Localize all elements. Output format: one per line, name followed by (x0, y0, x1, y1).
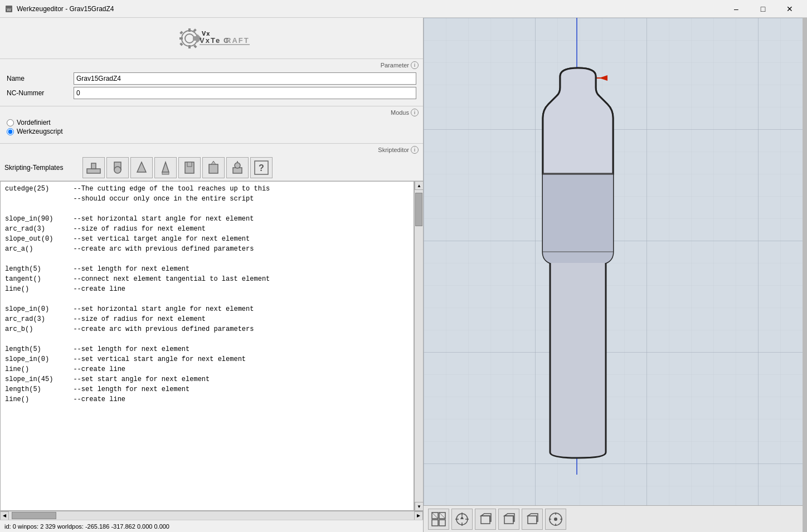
svg-rect-49 (432, 520, 438, 526)
svg-text:VxTe: VxTe (200, 36, 221, 45)
svg-rect-5 (188, 45, 191, 48)
name-row: Name (7, 72, 416, 85)
templates-label: Skripting-Templates (4, 164, 82, 172)
svg-rect-50 (439, 520, 445, 526)
svg-rect-20 (87, 169, 100, 173)
nc-nummer-row: NC-Nummer (7, 87, 416, 99)
werkzeugscript-label: Werkzeugscript (17, 128, 62, 135)
template-special-button[interactable] (202, 157, 225, 178)
skripteditor-info-icon[interactable]: i (411, 146, 419, 154)
cursor-position-button[interactable] (451, 509, 473, 530)
window-controls: – □ ✕ (723, 0, 803, 18)
logo-area: Vx Vx VxTe RAFT C (0, 18, 423, 59)
template-help-button[interactable]: ? (250, 157, 273, 178)
svg-text:W: W (7, 7, 11, 12)
svg-text:?: ? (259, 163, 264, 173)
svg-marker-24 (137, 162, 146, 172)
template-ball-button[interactable] (106, 157, 129, 178)
svg-marker-25 (162, 162, 169, 172)
template-flat-button[interactable] (82, 157, 105, 178)
right-panel (424, 18, 807, 532)
resize-handle[interactable] (803, 18, 807, 532)
svg-text:C: C (223, 36, 229, 45)
maximize-button[interactable]: □ (750, 0, 776, 18)
status-text: id: 0 winpos: 2 329 worldpos: -265.186 -… (4, 523, 169, 530)
template-cone2-button[interactable] (154, 157, 177, 178)
parameter-form: Name NC-Nummer (0, 70, 423, 106)
scroll-up-button[interactable]: ▲ (415, 181, 423, 190)
vordefiniert-row: Vordefiniert (7, 119, 416, 126)
main-layout: Vx Vx VxTe RAFT C Parameter i Name (0, 18, 807, 532)
center-view-button[interactable] (545, 509, 566, 530)
scroll-left-button[interactable]: ◀ (0, 511, 9, 520)
vxtecraft-logo: Vx Vx VxTe RAFT C (167, 23, 256, 54)
minimize-button[interactable]: – (723, 0, 749, 18)
svg-text:RAFT: RAFT (226, 36, 250, 45)
tool-shape-svg (532, 62, 624, 463)
svg-rect-65 (528, 516, 537, 524)
view3d-box2-icon (501, 511, 517, 527)
nc-nummer-input[interactable] (74, 87, 416, 99)
h-scroll-thumb[interactable] (12, 512, 56, 519)
parameter-info-icon[interactable]: i (411, 61, 419, 69)
modus-section-header: Modus i (0, 106, 423, 118)
templates-row: Skripting-Templates (0, 155, 423, 181)
grid-view-button[interactable] (428, 509, 449, 530)
werkzeugscript-radio[interactable] (7, 128, 14, 135)
modus-section: Modus i Vordefiniert Werkzeugscript (0, 106, 423, 144)
center-view-icon (548, 511, 563, 527)
svg-rect-59 (481, 516, 490, 524)
svg-point-23 (114, 167, 121, 173)
skripteditor-section: Skripteditor i Skripting-Templates (0, 144, 423, 520)
view3d-box1-icon (478, 511, 493, 527)
scroll-track[interactable] (415, 190, 423, 502)
svg-rect-21 (91, 163, 96, 169)
svg-marker-30 (211, 161, 216, 164)
modus-label: Modus (391, 109, 409, 116)
svg-point-3 (185, 34, 194, 43)
svg-rect-62 (504, 516, 513, 524)
view3d-box1-button[interactable] (475, 509, 496, 530)
view3d-box3-icon (524, 511, 540, 527)
svg-point-69 (554, 518, 557, 521)
code-editor-area: cutedge(25) --The cutting edge of the to… (0, 181, 423, 511)
svg-rect-28 (187, 162, 192, 167)
window-title: Werkzeugeditor - Grav15GradZ4 (17, 5, 723, 13)
name-input[interactable] (74, 72, 416, 85)
svg-rect-29 (209, 164, 218, 173)
scroll-right-button[interactable]: ▶ (414, 511, 423, 520)
app-icon: W (4, 4, 13, 13)
vordefiniert-label: Vordefiniert (17, 119, 51, 126)
viewport-toolbar (424, 505, 807, 532)
parameter-label: Parameter (381, 62, 409, 69)
svg-marker-58 (460, 516, 464, 519)
cursor-position-icon (454, 511, 470, 527)
modus-info-icon[interactable]: i (411, 109, 419, 116)
vordefiniert-radio[interactable] (7, 119, 14, 126)
grid-view-icon (431, 511, 446, 527)
close-button[interactable]: ✕ (777, 0, 803, 18)
viewport-canvas[interactable] (424, 18, 807, 505)
template-cone1-button[interactable] (130, 157, 153, 178)
modus-radio-group: Vordefiniert Werkzeugscript (0, 118, 423, 139)
template-edit-button[interactable] (226, 157, 249, 178)
view3d-box3-button[interactable] (522, 509, 543, 530)
skripteditor-label: Skripteditor (378, 147, 409, 153)
horizontal-scrollbar[interactable]: ◀ ▶ (0, 511, 423, 520)
status-bar: id: 0 winpos: 2 329 worldpos: -265.186 -… (0, 520, 423, 532)
svg-rect-6 (179, 37, 183, 40)
vertical-scrollbar[interactable]: ▲ ▼ (414, 181, 423, 511)
scroll-thumb[interactable] (415, 193, 422, 226)
werkzeugscript-row: Werkzeugscript (7, 128, 416, 135)
scroll-down-button[interactable]: ▼ (415, 502, 423, 511)
title-bar: W Werkzeugeditor - Grav15GradZ4 – □ ✕ (0, 0, 807, 18)
template-rect-button[interactable] (178, 157, 201, 178)
left-panel: Vx Vx VxTe RAFT C Parameter i Name (0, 18, 424, 532)
parameter-section-header: Parameter i (0, 59, 423, 70)
nc-nummer-label: NC-Nummer (7, 89, 74, 97)
h-scroll-track[interactable] (9, 511, 414, 520)
view3d-box2-button[interactable] (498, 509, 519, 530)
code-editor[interactable]: cutedge(25) --The cutting edge of the to… (0, 181, 414, 511)
name-label: Name (7, 75, 74, 82)
svg-rect-4 (188, 28, 191, 32)
